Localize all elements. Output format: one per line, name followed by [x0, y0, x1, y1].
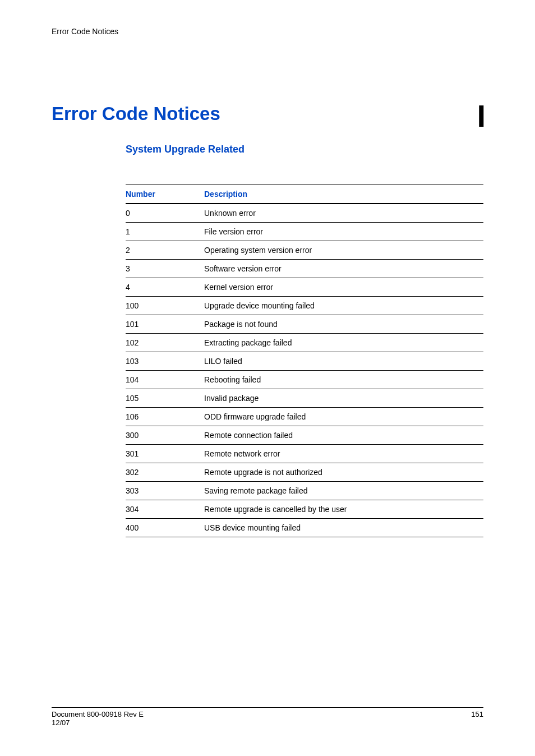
footer-page-number: 151 [471, 710, 483, 727]
running-header: Error Code Notices [52, 27, 483, 36]
cell-number: 301 [126, 445, 204, 463]
section-title: System Upgrade Related [126, 144, 483, 155]
cell-description: Package is not found [204, 315, 483, 334]
cell-description: Remote connection failed [204, 426, 483, 445]
cell-number: 106 [126, 408, 204, 426]
table-row: 400 USB device mounting failed [126, 519, 483, 537]
table-row: 101 Package is not found [126, 315, 483, 334]
cell-number: 103 [126, 352, 204, 371]
cell-number: 2 [126, 241, 204, 260]
footer: Document 800-00918 Rev E 12/07 151 [52, 707, 483, 727]
cell-number: 1 [126, 223, 204, 241]
cell-description: Invalid package [204, 389, 483, 408]
table-row: 3 Software version error [126, 260, 483, 278]
footer-left: Document 800-00918 Rev E 12/07 [52, 710, 144, 727]
table-row: 102 Extracting package failed [126, 334, 483, 352]
main-title: Error Code Notices [52, 103, 483, 125]
cell-description: Remote upgrade is not authorized [204, 463, 483, 482]
table-row: 4 Kernel version error [126, 278, 483, 297]
cell-number: 4 [126, 278, 204, 297]
cell-description: LILO failed [204, 352, 483, 371]
cell-number: 400 [126, 519, 204, 537]
cell-description: Remote network error [204, 445, 483, 463]
table-row: 0 Unknown error [126, 204, 483, 223]
table-row: 105 Invalid package [126, 389, 483, 408]
cell-number: 303 [126, 482, 204, 500]
cell-number: 0 [126, 204, 204, 223]
cell-number: 102 [126, 334, 204, 352]
table-row: 100 Upgrade device mounting failed [126, 297, 483, 315]
cell-description: Kernel version error [204, 278, 483, 297]
header-description: Description [204, 185, 483, 204]
table-body: 0 Unknown error 1 File version error 2 O… [126, 204, 483, 537]
table-row: 103 LILO failed [126, 352, 483, 371]
cell-description: Extracting package failed [204, 334, 483, 352]
table-header-row: Number Description [126, 185, 483, 204]
error-code-table: Number Description 0 Unknown error 1 Fil… [126, 185, 483, 537]
cell-description: Software version error [204, 260, 483, 278]
cell-description: Rebooting failed [204, 371, 483, 389]
cell-description: ODD firmware upgrade failed [204, 408, 483, 426]
table-row: 300 Remote connection failed [126, 426, 483, 445]
table-row: 304 Remote upgrade is cancelled by the u… [126, 500, 483, 519]
table-row: 303 Saving remote package failed [126, 482, 483, 500]
header-number: Number [126, 185, 204, 204]
table-row: 301 Remote network error [126, 445, 483, 463]
cell-description: USB device mounting failed [204, 519, 483, 537]
cell-description: Saving remote package failed [204, 482, 483, 500]
cell-description: Upgrade device mounting failed [204, 297, 483, 315]
table-row: 1 File version error [126, 223, 483, 241]
cell-number: 101 [126, 315, 204, 334]
table-row: 104 Rebooting failed [126, 371, 483, 389]
cell-description: Operating system version error [204, 241, 483, 260]
cell-number: 100 [126, 297, 204, 315]
table-row: 106 ODD firmware upgrade failed [126, 408, 483, 426]
cell-number: 105 [126, 389, 204, 408]
cell-description: File version error [204, 223, 483, 241]
cell-number: 302 [126, 463, 204, 482]
table-row: 2 Operating system version error [126, 241, 483, 260]
cell-number: 300 [126, 426, 204, 445]
footer-doc-line1: Document 800-00918 Rev E [52, 710, 144, 718]
footer-doc-line2: 12/07 [52, 718, 144, 727]
appendix-letter: I [477, 98, 486, 134]
cell-description: Remote upgrade is cancelled by the user [204, 500, 483, 519]
cell-number: 104 [126, 371, 204, 389]
cell-number: 304 [126, 500, 204, 519]
cell-description: Unknown error [204, 204, 483, 223]
cell-number: 3 [126, 260, 204, 278]
table-row: 302 Remote upgrade is not authorized [126, 463, 483, 482]
